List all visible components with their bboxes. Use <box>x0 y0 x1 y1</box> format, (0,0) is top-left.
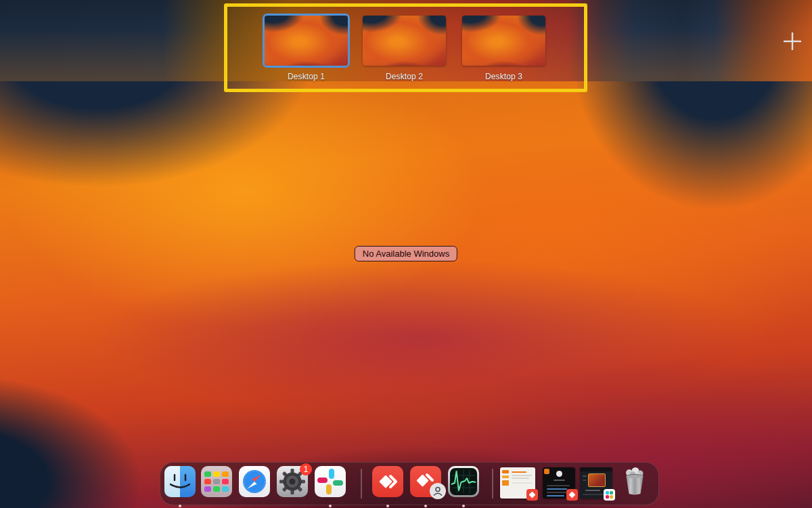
activity-monitor-icon <box>448 466 479 497</box>
running-indicator <box>424 505 427 507</box>
anydesk-icon <box>372 466 403 497</box>
minimized-anydesk-window-dark[interactable] <box>543 467 575 499</box>
mission-control-screen: Desktop 1 Desktop 2 Desktop 3 No Availab… <box>0 0 812 508</box>
dock-separator <box>492 469 493 499</box>
finder-icon <box>164 466 196 497</box>
dock: 1 <box>160 462 659 505</box>
dock-slack[interactable] <box>315 466 346 497</box>
safari-icon <box>239 466 270 497</box>
spaces-bar: Desktop 1 Desktop 2 Desktop 3 <box>0 0 812 81</box>
minimized-slack-window[interactable] <box>580 467 612 499</box>
space-desktop-1[interactable]: Desktop 1 <box>265 16 348 81</box>
anydesk-icon <box>566 489 578 501</box>
running-indicator <box>386 505 389 507</box>
space-desktop-2[interactable]: Desktop 2 <box>363 16 446 81</box>
minimized-anydesk-window-light[interactable] <box>500 467 535 499</box>
desktop-wallpaper <box>0 81 812 508</box>
dock-trash[interactable] <box>619 466 650 497</box>
trash-full-icon <box>619 466 650 497</box>
running-indicator <box>462 505 465 507</box>
desktop-2-thumbnail[interactable] <box>363 16 446 66</box>
space-desktop-3[interactable]: Desktop 3 <box>462 16 545 81</box>
dock-launchpad[interactable] <box>201 466 232 497</box>
slack-icon <box>604 489 615 501</box>
running-indicator <box>179 505 181 507</box>
gear-icon: 1 <box>277 466 308 497</box>
no-windows-badge: No Available Windows <box>355 246 457 261</box>
desktop-2-label: Desktop 2 <box>363 72 446 81</box>
dock-safari[interactable] <box>239 466 270 497</box>
notification-badge: 1 <box>300 463 312 475</box>
plus-icon[interactable] <box>783 32 802 51</box>
anydesk-icon <box>526 489 538 501</box>
dock-anydesk-user[interactable] <box>410 466 441 497</box>
running-indicator <box>329 505 332 507</box>
dock-finder[interactable] <box>164 466 196 497</box>
desktop-3-label: Desktop 3 <box>462 72 545 81</box>
anydesk-user-icon <box>410 466 441 497</box>
slack-icon <box>315 466 346 497</box>
launchpad-icon <box>201 466 232 497</box>
dock-system-settings[interactable]: 1 <box>277 466 308 497</box>
dock-anydesk[interactable] <box>372 466 403 497</box>
desktop-3-thumbnail[interactable] <box>462 16 545 66</box>
dock-activity-monitor[interactable] <box>448 466 479 497</box>
desktop-1-label: Desktop 1 <box>265 72 348 81</box>
desktop-1-thumbnail[interactable] <box>265 16 348 66</box>
person-icon <box>430 483 446 499</box>
dock-separator <box>361 469 362 499</box>
